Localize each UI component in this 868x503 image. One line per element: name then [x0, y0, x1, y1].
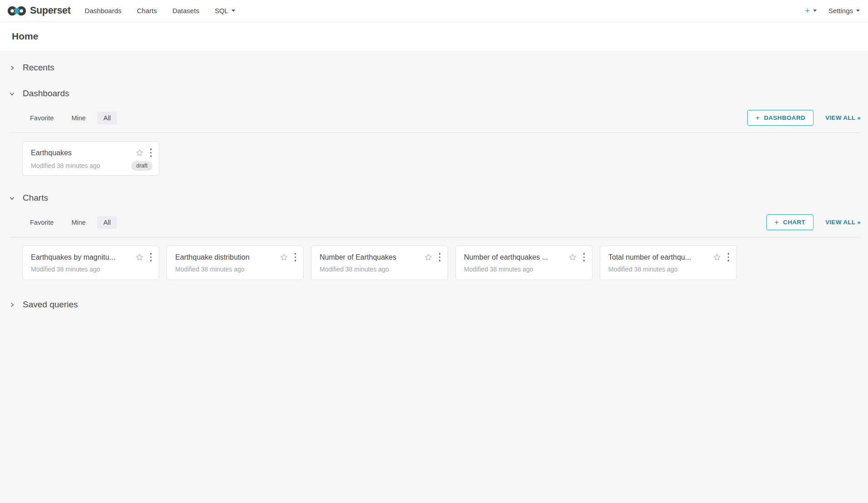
star-icon[interactable] — [713, 253, 721, 261]
page-header: Home — [0, 22, 868, 50]
nav-item-label: Datasets — [173, 7, 199, 15]
card-title: Total number of earthqu... — [608, 253, 709, 261]
dashboard-card[interactable]: Earthquakes Modified 38 minutes ago draf… — [22, 141, 159, 176]
card-modified-text: Modified 38 minutes ago — [608, 266, 678, 273]
chevron-right-icon — [9, 302, 15, 308]
page-title: Home — [12, 31, 38, 42]
card-modified-text: Modified 38 minutes ago — [175, 266, 245, 273]
settings-menu[interactable]: Settings — [829, 7, 860, 15]
tab-dashboards-all[interactable]: All — [97, 112, 117, 124]
new-dashboard-button-label: DASHBOARD — [764, 114, 805, 121]
draft-badge: draft — [131, 161, 153, 171]
section-label-saved-queries: Saved queries — [23, 300, 78, 310]
chevron-down-icon — [9, 91, 15, 97]
card-title: Earthquakes by magnitu... — [31, 253, 132, 261]
nav-item-label: SQL — [215, 7, 228, 15]
card-modified-text: Modified 38 minutes ago — [31, 266, 100, 273]
charts-card-row: Earthquakes by magnitu... Modified 38 mi… — [22, 246, 861, 280]
plus-icon: + — [805, 6, 810, 15]
view-all-charts-link[interactable]: VIEW ALL » — [825, 219, 861, 226]
star-icon[interactable] — [568, 253, 577, 261]
charts-subnav: Favorite Mine All + CHART VIEW ALL » — [9, 207, 861, 237]
section-toggle-charts[interactable]: Charts — [9, 189, 861, 207]
tab-charts-all[interactable]: All — [97, 216, 117, 229]
card-title: Earthquake distribution — [175, 253, 276, 261]
star-icon[interactable] — [424, 253, 433, 261]
dashboards-subnav: Favorite Mine All + DASHBOARD VIEW ALL » — [9, 103, 861, 133]
chart-card[interactable]: Earthquakes by magnitu... Modified 38 mi… — [22, 246, 159, 280]
new-chart-button-label: CHART — [783, 219, 805, 226]
section-toggle-dashboards[interactable]: Dashboards — [9, 85, 861, 103]
home-content: Recents Dashboards Favorite Mine All + D… — [0, 50, 868, 322]
caret-down-icon — [856, 10, 860, 12]
caret-down-icon — [813, 10, 817, 12]
tab-charts-mine[interactable]: Mine — [65, 216, 92, 229]
new-chart-button[interactable]: + CHART — [766, 214, 814, 230]
card-modified-text: Modified 38 minutes ago — [31, 162, 100, 169]
view-all-dashboards-link[interactable]: VIEW ALL » — [825, 114, 861, 121]
kebab-menu-icon[interactable] — [149, 252, 153, 262]
section-label-dashboards: Dashboards — [23, 89, 69, 99]
kebab-menu-icon[interactable] — [294, 252, 297, 262]
star-icon[interactable] — [280, 253, 288, 261]
card-modified-text: Modified 38 minutes ago — [320, 266, 389, 273]
kebab-menu-icon[interactable] — [438, 252, 442, 262]
top-navbar: Superset Dashboards Charts Datasets SQL … — [0, 0, 868, 22]
nav-item-datasets[interactable]: Datasets — [165, 0, 207, 21]
brand-name: Superset — [30, 5, 71, 16]
section-label-charts: Charts — [23, 193, 48, 203]
tab-dashboards-favorite[interactable]: Favorite — [24, 112, 60, 124]
card-title: Earthquakes — [31, 149, 132, 157]
star-icon[interactable] — [135, 253, 144, 261]
kebab-menu-icon[interactable] — [149, 148, 153, 158]
star-icon[interactable] — [135, 148, 144, 157]
nav-item-label: Charts — [137, 7, 157, 15]
chart-card[interactable]: Total number of earthqu... Modified 38 m… — [600, 246, 737, 280]
tab-dashboards-mine[interactable]: Mine — [65, 112, 92, 124]
section-toggle-saved-queries[interactable]: Saved queries — [9, 287, 861, 322]
main-nav: Dashboards Charts Datasets SQL — [77, 0, 243, 21]
chart-card[interactable]: Number of earthquakes ... Modified 38 mi… — [455, 246, 592, 280]
caret-down-icon — [232, 10, 235, 12]
new-item-menu[interactable]: + — [805, 6, 817, 15]
nav-item-sql[interactable]: SQL — [207, 0, 243, 21]
kebab-menu-icon[interactable] — [582, 252, 586, 262]
plus-icon: + — [755, 114, 760, 122]
kebab-menu-icon[interactable] — [727, 252, 730, 262]
navbar-right: + Settings — [805, 6, 861, 15]
card-modified-text: Modified 38 minutes ago — [464, 266, 533, 273]
chart-card[interactable]: Number of Earthquakes Modified 38 minute… — [311, 246, 448, 280]
section-toggle-recents[interactable]: Recents — [9, 50, 861, 85]
dashboards-card-row: Earthquakes Modified 38 minutes ago draf… — [22, 141, 861, 176]
chevron-down-icon — [9, 195, 15, 201]
tab-charts-favorite[interactable]: Favorite — [24, 216, 60, 229]
chart-card[interactable]: Earthquake distribution Modified 38 minu… — [167, 246, 304, 280]
settings-label: Settings — [829, 7, 853, 15]
plus-icon: + — [774, 219, 779, 226]
chevron-right-icon — [9, 65, 15, 71]
card-title: Number of earthquakes ... — [464, 253, 565, 261]
nav-item-charts[interactable]: Charts — [129, 0, 165, 21]
superset-logo[interactable]: Superset — [7, 5, 71, 17]
nav-item-label: Dashboards — [85, 7, 122, 15]
card-title: Number of Earthquakes — [320, 253, 420, 261]
section-label-recents: Recents — [23, 63, 54, 73]
new-dashboard-button[interactable]: + DASHBOARD — [747, 110, 814, 126]
nav-item-dashboards[interactable]: Dashboards — [77, 0, 129, 21]
infinity-logo-icon — [7, 5, 26, 17]
